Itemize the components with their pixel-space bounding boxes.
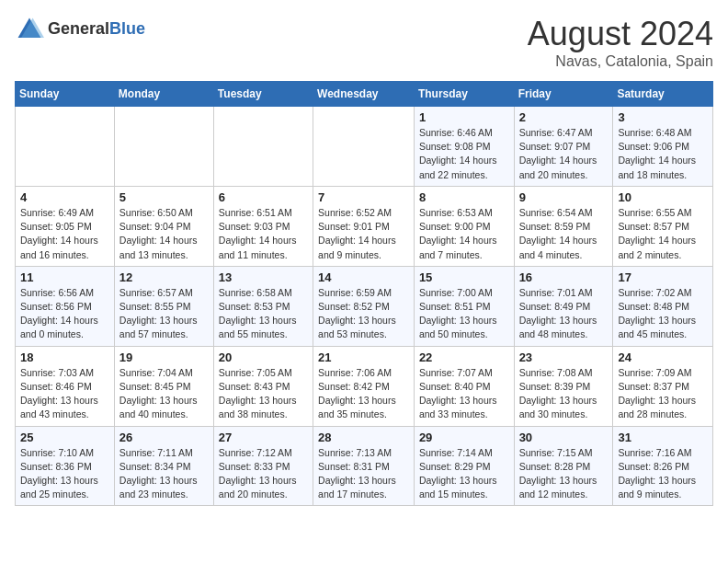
- day-number: 27: [219, 431, 308, 444]
- day-info: Sunrise: 6:55 AMSunset: 8:57 PMDaylight:…: [618, 206, 708, 262]
- day-number: 24: [618, 350, 708, 364]
- day-number: 13: [219, 270, 308, 284]
- day-info: Sunrise: 6:48 AMSunset: 9:06 PMDaylight:…: [618, 126, 708, 182]
- day-info: Sunrise: 6:47 AMSunset: 9:07 PMDaylight:…: [519, 126, 609, 182]
- calendar-cell: 27Sunrise: 7:12 AMSunset: 8:33 PMDayligh…: [213, 426, 313, 506]
- calendar-title: August 2024: [528, 15, 713, 53]
- calendar-cell: 25Sunrise: 7:10 AMSunset: 8:36 PMDayligh…: [16, 426, 115, 506]
- calendar-cell: 5Sunrise: 6:50 AMSunset: 9:04 PMDaylight…: [114, 186, 213, 266]
- day-info: Sunrise: 6:58 AMSunset: 8:53 PMDaylight:…: [219, 286, 308, 342]
- day-number: 3: [618, 110, 708, 124]
- day-info: Sunrise: 7:14 AMSunset: 8:29 PMDaylight:…: [419, 446, 509, 502]
- day-number: 29: [419, 431, 509, 444]
- day-number: 1: [419, 110, 509, 124]
- day-info: Sunrise: 7:07 AMSunset: 8:40 PMDaylight:…: [419, 366, 509, 422]
- calendar-cell: 23Sunrise: 7:08 AMSunset: 8:39 PMDayligh…: [514, 346, 613, 426]
- day-number: 12: [119, 270, 209, 284]
- calendar-cell: 3Sunrise: 6:48 AMSunset: 9:06 PMDaylight…: [613, 107, 713, 187]
- calendar-cell: 18Sunrise: 7:03 AMSunset: 8:46 PMDayligh…: [16, 346, 115, 426]
- logo-text-blue: Blue: [109, 19, 145, 38]
- day-info: Sunrise: 7:12 AMSunset: 8:33 PMDaylight:…: [219, 446, 308, 502]
- calendar-cell: 7Sunrise: 6:52 AMSunset: 9:01 PMDaylight…: [313, 186, 415, 266]
- calendar-cell: 9Sunrise: 6:54 AMSunset: 8:59 PMDaylight…: [514, 186, 613, 266]
- calendar-body: 1Sunrise: 6:46 AMSunset: 9:08 PMDaylight…: [16, 107, 713, 506]
- day-info: Sunrise: 6:59 AMSunset: 8:52 PMDaylight:…: [318, 286, 409, 342]
- logo: GeneralBlue: [15, 15, 145, 44]
- day-info: Sunrise: 7:16 AMSunset: 8:26 PMDaylight:…: [618, 446, 708, 502]
- calendar-cell: [114, 107, 213, 187]
- day-info: Sunrise: 7:11 AMSunset: 8:34 PMDaylight:…: [119, 446, 209, 502]
- logo-text-general: General: [48, 19, 109, 38]
- calendar-cell: 30Sunrise: 7:15 AMSunset: 8:28 PMDayligh…: [514, 426, 613, 506]
- day-info: Sunrise: 7:13 AMSunset: 8:31 PMDaylight:…: [318, 446, 409, 502]
- calendar-cell: 10Sunrise: 6:55 AMSunset: 8:57 PMDayligh…: [613, 186, 713, 266]
- calendar-cell: 4Sunrise: 6:49 AMSunset: 9:05 PMDaylight…: [16, 186, 115, 266]
- day-info: Sunrise: 6:54 AMSunset: 8:59 PMDaylight:…: [519, 206, 609, 262]
- day-info: Sunrise: 7:00 AMSunset: 8:51 PMDaylight:…: [419, 286, 509, 342]
- day-info: Sunrise: 6:56 AMSunset: 8:56 PMDaylight:…: [20, 286, 109, 342]
- day-number: 31: [618, 431, 708, 444]
- day-number: 17: [618, 270, 708, 284]
- day-info: Sunrise: 7:01 AMSunset: 8:49 PMDaylight:…: [519, 286, 609, 342]
- calendar-cell: 29Sunrise: 7:14 AMSunset: 8:29 PMDayligh…: [414, 426, 514, 506]
- calendar-cell: 11Sunrise: 6:56 AMSunset: 8:56 PMDayligh…: [16, 266, 115, 346]
- day-number: 7: [318, 190, 409, 204]
- day-number: 10: [618, 190, 708, 204]
- day-number: 23: [519, 350, 609, 364]
- calendar-cell: 19Sunrise: 7:04 AMSunset: 8:45 PMDayligh…: [114, 346, 213, 426]
- weekday-header-friday: Friday: [514, 82, 613, 107]
- day-number: 26: [119, 431, 209, 444]
- calendar-week-4: 18Sunrise: 7:03 AMSunset: 8:46 PMDayligh…: [16, 346, 713, 426]
- title-block: August 2024 Navas, Catalonia, Spain: [528, 15, 713, 70]
- calendar-cell: 20Sunrise: 7:05 AMSunset: 8:43 PMDayligh…: [213, 346, 313, 426]
- calendar-week-1: 1Sunrise: 6:46 AMSunset: 9:08 PMDaylight…: [16, 107, 713, 187]
- day-number: 2: [519, 110, 609, 124]
- day-number: 20: [219, 350, 308, 364]
- day-number: 21: [318, 350, 409, 364]
- day-info: Sunrise: 7:04 AMSunset: 8:45 PMDaylight:…: [119, 366, 209, 422]
- day-info: Sunrise: 6:46 AMSunset: 9:08 PMDaylight:…: [419, 126, 509, 182]
- logo-icon: [15, 15, 44, 44]
- calendar-week-3: 11Sunrise: 6:56 AMSunset: 8:56 PMDayligh…: [16, 266, 713, 346]
- day-info: Sunrise: 6:57 AMSunset: 8:55 PMDaylight:…: [119, 286, 209, 342]
- calendar-cell: 16Sunrise: 7:01 AMSunset: 8:49 PMDayligh…: [514, 266, 613, 346]
- weekday-header-wednesday: Wednesday: [313, 82, 415, 107]
- calendar-cell: 15Sunrise: 7:00 AMSunset: 8:51 PMDayligh…: [414, 266, 514, 346]
- day-info: Sunrise: 7:02 AMSunset: 8:48 PMDaylight:…: [618, 286, 708, 342]
- calendar-cell: 12Sunrise: 6:57 AMSunset: 8:55 PMDayligh…: [114, 266, 213, 346]
- day-info: Sunrise: 7:06 AMSunset: 8:42 PMDaylight:…: [318, 366, 409, 422]
- day-info: Sunrise: 7:03 AMSunset: 8:46 PMDaylight:…: [20, 366, 109, 422]
- weekday-header-tuesday: Tuesday: [213, 82, 313, 107]
- day-number: 11: [20, 270, 109, 284]
- day-number: 18: [20, 350, 109, 364]
- calendar-table: SundayMondayTuesdayWednesdayThursdayFrid…: [15, 81, 713, 506]
- calendar-cell: 26Sunrise: 7:11 AMSunset: 8:34 PMDayligh…: [114, 426, 213, 506]
- calendar-cell: 21Sunrise: 7:06 AMSunset: 8:42 PMDayligh…: [313, 346, 415, 426]
- weekday-row: SundayMondayTuesdayWednesdayThursdayFrid…: [16, 82, 713, 107]
- calendar-cell: 24Sunrise: 7:09 AMSunset: 8:37 PMDayligh…: [613, 346, 713, 426]
- calendar-cell: 13Sunrise: 6:58 AMSunset: 8:53 PMDayligh…: [213, 266, 313, 346]
- calendar-cell: 28Sunrise: 7:13 AMSunset: 8:31 PMDayligh…: [313, 426, 415, 506]
- calendar-cell: 1Sunrise: 6:46 AMSunset: 9:08 PMDaylight…: [414, 107, 514, 187]
- day-number: 28: [318, 431, 409, 444]
- calendar-week-2: 4Sunrise: 6:49 AMSunset: 9:05 PMDaylight…: [16, 186, 713, 266]
- weekday-header-monday: Monday: [114, 82, 213, 107]
- day-number: 5: [119, 190, 209, 204]
- day-number: 4: [20, 190, 109, 204]
- day-info: Sunrise: 6:49 AMSunset: 9:05 PMDaylight:…: [20, 206, 109, 262]
- calendar-cell: 6Sunrise: 6:51 AMSunset: 9:03 PMDaylight…: [213, 186, 313, 266]
- day-info: Sunrise: 6:52 AMSunset: 9:01 PMDaylight:…: [318, 206, 409, 262]
- calendar-cell: 31Sunrise: 7:16 AMSunset: 8:26 PMDayligh…: [613, 426, 713, 506]
- day-number: 16: [519, 270, 609, 284]
- day-info: Sunrise: 7:10 AMSunset: 8:36 PMDaylight:…: [20, 446, 109, 502]
- day-number: 22: [419, 350, 509, 364]
- day-info: Sunrise: 6:50 AMSunset: 9:04 PMDaylight:…: [119, 206, 209, 262]
- calendar-subtitle: Navas, Catalonia, Spain: [528, 53, 713, 70]
- calendar-cell: [213, 107, 313, 187]
- day-info: Sunrise: 7:09 AMSunset: 8:37 PMDaylight:…: [618, 366, 708, 422]
- weekday-header-thursday: Thursday: [414, 82, 514, 107]
- day-info: Sunrise: 7:15 AMSunset: 8:28 PMDaylight:…: [519, 446, 609, 502]
- day-info: Sunrise: 6:51 AMSunset: 9:03 PMDaylight:…: [219, 206, 308, 262]
- day-number: 9: [519, 190, 609, 204]
- day-number: 14: [318, 270, 409, 284]
